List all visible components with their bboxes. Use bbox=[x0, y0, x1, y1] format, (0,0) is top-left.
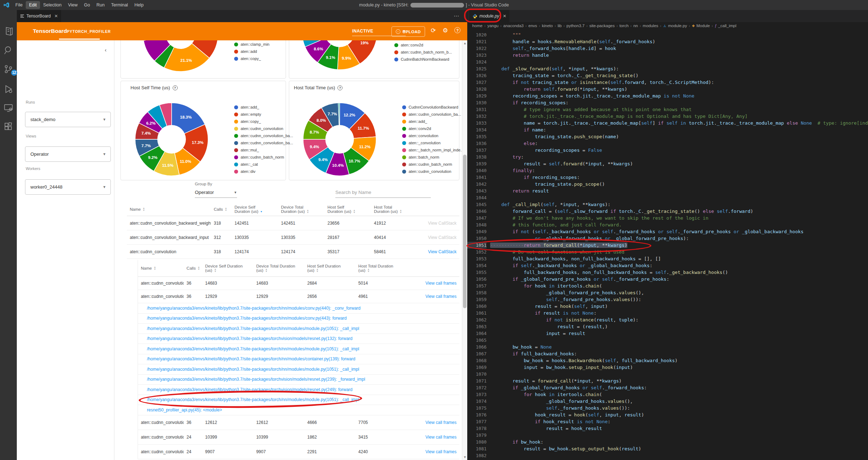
view-call-frames-link[interactable]: View call frames bbox=[406, 294, 459, 299]
code-line[interactable]: 1081 result = bw_hook.setup_output_hook(… bbox=[467, 445, 868, 452]
groupby-select[interactable]: Operator▼ bbox=[195, 190, 237, 198]
code-line[interactable]: 1031 # type ignore was added because at … bbox=[467, 106, 868, 113]
search-icon[interactable] bbox=[3, 45, 14, 55]
panel-scrollbar[interactable]: ▲ ▼ bbox=[462, 40, 467, 460]
code-line[interactable]: 1037 recording_scopes = False bbox=[467, 147, 868, 154]
call-frame-link[interactable]: /home/yangu/anaconda3/envs/kineto/lib/py… bbox=[147, 356, 355, 361]
call-frame-link[interactable]: resnet50_profiler_api.py(45): <module> bbox=[147, 408, 222, 412]
explorer-icon[interactable] bbox=[3, 26, 14, 36]
code-line[interactable]: 1025 def _slow_forward(self, *input, **k… bbox=[467, 65, 868, 72]
code-line[interactable]: 1043 return result bbox=[467, 188, 868, 194]
view-call-frames-link[interactable]: View call frames bbox=[406, 281, 459, 286]
scrollbar-thumb[interactable] bbox=[463, 155, 467, 308]
code-line[interactable]: 1052 # Do not call functions when jit is… bbox=[467, 249, 868, 255]
breadcrumb-item[interactable]: ƒ_call_impl bbox=[715, 24, 736, 28]
view-callstack-link[interactable]: View CallStack bbox=[415, 221, 459, 226]
code-line[interactable]: 1064 input = result bbox=[467, 330, 868, 337]
code-line[interactable]: 1033 name = torch.jit._trace._trace_modu… bbox=[467, 120, 868, 126]
code-line[interactable]: 1065 bbox=[467, 337, 868, 344]
column-header[interactable]: Calls▲▼ bbox=[211, 207, 232, 212]
code-line[interactable]: 1029 recording_scopes = torch.jit._trace… bbox=[467, 92, 868, 99]
call-frame-link[interactable]: /home/yangu/anaconda3/envs/kineto/lib/py… bbox=[147, 377, 365, 382]
code-line[interactable]: 1047 # If we don't have any hooks, we wa… bbox=[467, 215, 868, 221]
column-header[interactable]: Host Total Duration(us)▲▼ bbox=[355, 264, 406, 273]
extensions-icon[interactable] bbox=[3, 121, 14, 132]
call-frame-link[interactable]: /home/yangu/anaconda3/envs/kineto/lib/py… bbox=[147, 367, 359, 372]
code-line[interactable]: 1030 if recording_scopes: bbox=[467, 99, 868, 106]
breadcrumb-item[interactable]: kineto bbox=[542, 24, 553, 28]
call-frame-link[interactable]: /home/yangu/anaconda3/envs/kineto/lib/py… bbox=[147, 306, 360, 311]
code-line[interactable]: 1036 else: bbox=[467, 140, 868, 147]
code-line[interactable]: 1049 if not (self._backward_hooks or sel… bbox=[467, 228, 868, 235]
code-line[interactable]: 1023 return handle bbox=[467, 52, 868, 59]
code-line[interactable]: 1035 tracing_state.push_scope(name) bbox=[467, 133, 868, 140]
column-header[interactable]: Host TotalDuration (us)▲▼ bbox=[371, 205, 415, 214]
code-line[interactable]: 1068 bw_hook = hooks.BackwardHook(self, … bbox=[467, 357, 868, 364]
code-line[interactable]: 1053 full_backward_hooks, non_full_backw… bbox=[467, 255, 868, 262]
code-line[interactable]: 1066 bw_hook = None bbox=[467, 344, 868, 350]
code-line[interactable]: 1078 result = hook_result bbox=[467, 425, 868, 432]
code-line[interactable]: 1058 _global_forward_pre_hooks.values(), bbox=[467, 289, 868, 296]
code-line[interactable]: 1039 result = self.forward(*input, **kwa… bbox=[467, 160, 868, 167]
code-line[interactable]: 1041 if recording_scopes: bbox=[467, 174, 868, 181]
remote-explorer-icon[interactable] bbox=[3, 103, 14, 113]
editor-actions-more-icon[interactable]: ⋯ bbox=[454, 13, 459, 19]
code-line[interactable]: 1069 input = bw_hook.setup_input_hook(in… bbox=[467, 364, 868, 371]
breadcrumb-item[interactable]: envs bbox=[528, 24, 537, 28]
menu-view[interactable]: View bbox=[65, 1, 81, 9]
code-line[interactable]: 1048 # this function, and just call forw… bbox=[467, 221, 868, 228]
gear-icon[interactable]: ⚙ bbox=[443, 27, 448, 34]
code-line[interactable]: 1057 for hook in itertools.chain( bbox=[467, 282, 868, 289]
code-line[interactable]: 1026 tracing_state = torch._C._get_traci… bbox=[467, 72, 868, 79]
code-line[interactable]: 1067 if full_backward_hooks: bbox=[467, 350, 868, 357]
column-header[interactable]: Device Total Duration(us)▲▼ bbox=[253, 264, 305, 273]
code-line[interactable]: 1061 if result is not None: bbox=[467, 310, 868, 316]
menu-run[interactable]: Run bbox=[93, 1, 108, 9]
code-line[interactable]: 1045 def _call_impl(self, *input, **kwar… bbox=[467, 201, 868, 208]
dropdown-views[interactable]: Operator▼ bbox=[25, 146, 111, 162]
breadcrumb-item[interactable]: 🜛module.py bbox=[663, 24, 687, 28]
code-line[interactable]: 1076 hook_result = hook(self, input, res… bbox=[467, 411, 868, 418]
code-line[interactable]: 1028 return self.forward(*input, **kwarg… bbox=[467, 86, 868, 92]
menu-selection[interactable]: Selection bbox=[40, 1, 65, 9]
scroll-up-icon[interactable]: ▲ bbox=[463, 41, 467, 45]
code-line[interactable]: 1051············return forward_call(*inp… bbox=[467, 242, 868, 249]
menu-go[interactable]: Go bbox=[81, 1, 93, 9]
code-line[interactable]: 1070 bbox=[467, 371, 868, 378]
view-call-frames-link[interactable]: View call frames bbox=[406, 435, 459, 440]
breadcrumb-item[interactable]: ❖Module bbox=[692, 24, 710, 28]
code-line[interactable]: 1027 if not tracing_state or isinstance(… bbox=[467, 79, 868, 86]
code-line[interactable]: 1080 if bw_hook: bbox=[467, 439, 868, 445]
breadcrumb-item[interactable]: site-packages bbox=[589, 24, 615, 28]
breadcrumb-item[interactable]: yangu bbox=[487, 24, 498, 28]
breadcrumb[interactable]: home›yangu›anaconda3›envs›kineto›lib›pyt… bbox=[467, 22, 868, 29]
menu-file[interactable]: File bbox=[12, 1, 26, 9]
upload-button[interactable]: ↑UPLOAD bbox=[391, 26, 425, 37]
code-line[interactable]: 1072 if _global_forward_hooks or self._f… bbox=[467, 384, 868, 391]
code-line[interactable]: 1082 bbox=[467, 452, 868, 459]
code-line[interactable]: 1063 result = (result,) bbox=[467, 323, 868, 330]
breadcrumb-item[interactable]: torch bbox=[620, 24, 629, 28]
dropdown-runs[interactable]: stack_demo▼ bbox=[25, 112, 111, 127]
code-line[interactable]: 1042 tracing_state.pop_scope() bbox=[467, 181, 868, 188]
menu-edit[interactable]: Edit bbox=[26, 1, 40, 9]
column-header[interactable]: Name▲▼ bbox=[127, 207, 211, 212]
breadcrumb-item[interactable]: lib bbox=[558, 24, 562, 28]
breadcrumb-item[interactable]: nn bbox=[633, 24, 638, 28]
code-line[interactable]: 1071 result = forward_call(*input, **kwa… bbox=[467, 378, 868, 384]
column-header[interactable]: Host Self Duration(us)▲▼ bbox=[305, 264, 356, 273]
column-header[interactable]: Calls▲▼ bbox=[184, 266, 202, 271]
scroll-down-icon[interactable]: ▼ bbox=[463, 455, 467, 459]
code-line[interactable]: 1075 self._forward_hooks.values()): bbox=[467, 405, 868, 411]
tab-module-py[interactable]: module.py ✕ bbox=[469, 10, 509, 22]
code-line[interactable]: 1021 handle = hooks.RemovableHandle(self… bbox=[467, 38, 868, 45]
code-line[interactable]: 1059 self._forward_pre_hooks.values()): bbox=[467, 296, 868, 303]
breadcrumb-item[interactable]: modules bbox=[643, 24, 658, 28]
view-call-frames-link[interactable]: View call frames bbox=[406, 420, 459, 425]
breadcrumb-item[interactable]: anaconda3 bbox=[503, 24, 524, 28]
call-frame-link[interactable]: /home/yangu/anaconda3/envs/kineto/lib/py… bbox=[147, 326, 359, 331]
code-line[interactable]: 1040 finally: bbox=[467, 167, 868, 174]
call-frame-link[interactable]: /home/yangu/anaconda3/envs/kineto/lib/py… bbox=[147, 397, 359, 402]
tab-tensorboard[interactable]: TensorBoard ✕ bbox=[17, 10, 61, 22]
code-line[interactable]: 1073 for hook in itertools.chain( bbox=[467, 391, 868, 398]
